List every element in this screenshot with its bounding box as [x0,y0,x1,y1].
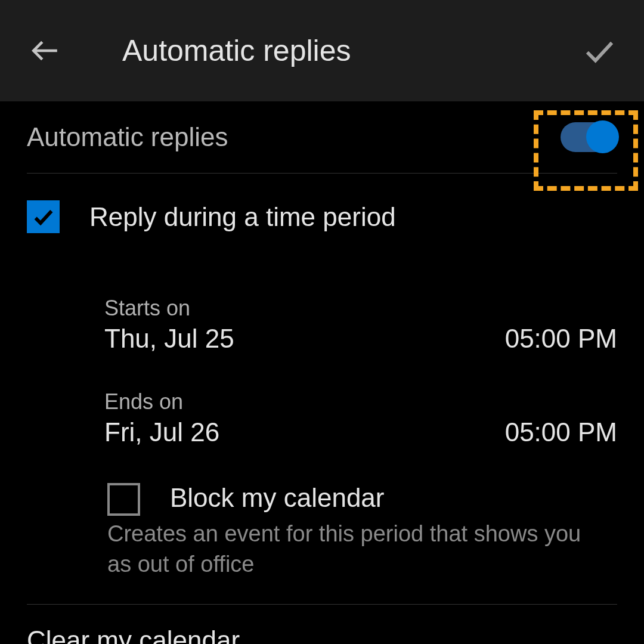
time-period-checkbox[interactable] [27,200,60,233]
block-calendar-label: Block my calendar [170,483,617,513]
starts-label-group: Starts on Thu, Jul 25 [104,296,234,354]
block-calendar-checkbox[interactable] [107,483,140,516]
starts-on-time[interactable]: 05:00 PM [505,324,617,354]
auto-replies-toggle-row[interactable]: Automatic replies [27,101,617,174]
ends-on-date[interactable]: Fri, Jul 26 [104,417,219,447]
auto-replies-toggle-label: Automatic replies [27,122,228,152]
time-section: Starts on Thu, Jul 25 05:00 PM Ends on F… [27,260,617,580]
time-period-label: Reply during a time period [89,202,396,232]
ends-on-label: Ends on [104,389,219,414]
starts-on-row[interactable]: Starts on Thu, Jul 25 05:00 PM [104,296,617,354]
time-period-checkbox-row[interactable]: Reply during a time period [27,174,617,260]
checkmark-icon [583,35,616,67]
clear-calendar-label[interactable]: Clear my calendar [27,623,617,644]
content-area: Automatic replies Reply during a time pe… [0,101,644,644]
ends-on-row[interactable]: Ends on Fri, Jul 26 05:00 PM [104,389,617,447]
block-text-group: Block my calendar Creates an event for t… [170,483,617,580]
block-calendar-description: Creates an event for this period that sh… [107,519,617,580]
ends-on-time[interactable]: 05:00 PM [505,417,617,447]
block-calendar-row[interactable]: Block my calendar Creates an event for t… [107,483,617,580]
auto-replies-toggle[interactable] [561,122,617,152]
divider [27,604,617,605]
starts-on-date[interactable]: Thu, Jul 25 [104,324,234,354]
arrow-left-icon [30,36,60,66]
confirm-button[interactable] [581,33,617,69]
app-header: Automatic replies [0,0,644,101]
back-button[interactable] [27,33,63,69]
starts-on-label: Starts on [104,296,234,321]
toggle-knob [586,120,619,153]
check-icon [32,205,55,229]
page-title: Automatic replies [122,33,351,68]
ends-label-group: Ends on Fri, Jul 26 [104,389,219,447]
